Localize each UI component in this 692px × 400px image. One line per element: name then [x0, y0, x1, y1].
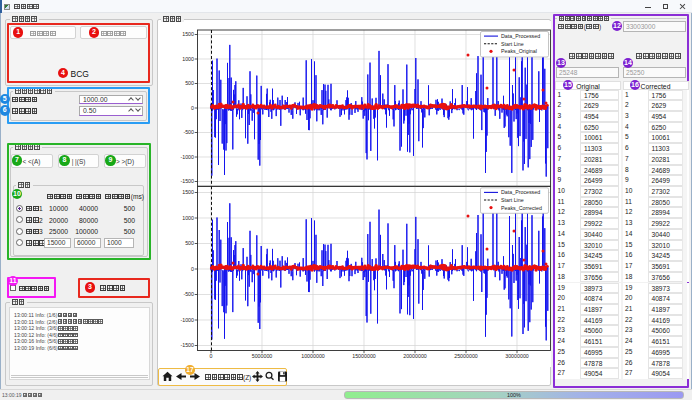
svg-text:1000: 1000	[182, 56, 194, 62]
svg-text:500: 500	[185, 80, 194, 86]
svg-text:1000: 1000	[182, 215, 194, 221]
svg-text:-1000: -1000	[180, 154, 194, 160]
svg-text:Data_Processed: Data_Processed	[501, 33, 540, 39]
svg-text:30000000: 30000000	[505, 353, 529, 359]
svg-text:5000000: 5000000	[252, 353, 273, 359]
svg-text:1500: 1500	[182, 189, 194, 195]
svg-text:Start Line: Start Line	[501, 41, 524, 47]
svg-text:15000000: 15000000	[352, 353, 376, 359]
svg-text:-500: -500	[183, 291, 194, 297]
svg-text:10000000: 10000000	[301, 353, 325, 359]
svg-text:-1500: -1500	[180, 178, 194, 184]
svg-text:Start Line: Start Line	[501, 197, 524, 203]
svg-text:500: 500	[185, 240, 194, 246]
svg-text:0: 0	[191, 105, 194, 111]
svg-text:20000000: 20000000	[403, 353, 427, 359]
svg-text:-1500: -1500	[180, 342, 194, 348]
svg-text:25000000: 25000000	[454, 353, 478, 359]
svg-text:Peaks_Original: Peaks_Original	[501, 48, 537, 54]
svg-text:1500: 1500	[182, 31, 194, 37]
svg-text:Data_Processed: Data_Processed	[501, 189, 540, 195]
svg-text:0: 0	[191, 266, 194, 272]
svg-text:-1000: -1000	[180, 317, 194, 323]
svg-text:0: 0	[210, 353, 213, 359]
svg-text:-500: -500	[183, 129, 194, 135]
svg-text:Peaks_Corrected: Peaks_Corrected	[501, 205, 542, 211]
